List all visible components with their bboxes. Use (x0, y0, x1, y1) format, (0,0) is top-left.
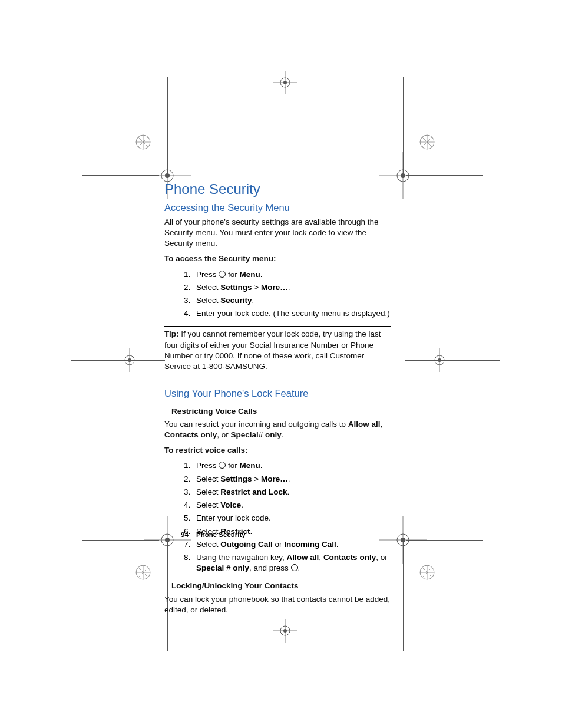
page-footer: 94 Phone Security (181, 531, 246, 540)
step: Using the navigation key, Allow all, Con… (193, 551, 391, 575)
sub2-text: You can lock your phonebook so that cont… (164, 594, 391, 615)
text: Press (196, 461, 219, 470)
step: Enter your lock code. (The security menu… (193, 307, 391, 320)
bold-text: Menu (240, 270, 260, 279)
text: > (252, 283, 261, 292)
bold-text: Contacts only (323, 553, 376, 562)
bold-text: Allow all (287, 553, 319, 562)
bold-text: Allow all (348, 420, 381, 429)
bold-text: More… (261, 475, 288, 483)
sub2-heading: Locking/Unlocking Your Contacts (171, 581, 391, 591)
bold-text: Outgoing Call (220, 540, 273, 549)
text: If you cannot remember your lock code, t… (164, 330, 381, 371)
bold-text: Voice (220, 500, 241, 509)
registration-mark-icon (273, 619, 297, 643)
bold-text: More… (261, 283, 288, 292)
page-content: Phone Security Accessing the Security Me… (164, 180, 391, 620)
text: Select (196, 283, 220, 292)
text: , and press (249, 564, 291, 572)
svg-point-21 (283, 81, 287, 84)
crop-line (405, 360, 500, 361)
footer-title: Phone Security (196, 531, 246, 538)
text: , or (217, 430, 230, 439)
text: Select (196, 540, 220, 549)
text: > (252, 475, 261, 483)
star-mark-icon (419, 565, 435, 580)
text: , (380, 420, 382, 429)
bold-text: Special # only (196, 564, 249, 572)
svg-point-17 (401, 173, 405, 178)
text: . (288, 475, 290, 483)
divider (164, 378, 391, 378)
crop-line (82, 540, 159, 541)
svg-point-20 (280, 78, 290, 87)
bold-text: Incoming Call (284, 540, 336, 549)
crop-line (403, 542, 404, 651)
step: Select Voice. (193, 499, 391, 512)
text: , or (376, 553, 388, 562)
step: Select Settings > More…. (193, 473, 391, 486)
bold-text: Restrict and Lock (220, 487, 287, 496)
crop-line (406, 175, 483, 176)
svg-point-51 (283, 629, 287, 633)
svg-point-37 (401, 538, 405, 542)
crop-line (71, 360, 165, 361)
crop-line (406, 540, 483, 541)
text: Select (196, 296, 220, 305)
section1-subhead: To access the Security menu: (164, 253, 391, 264)
step: Select Settings > More…. (193, 281, 391, 294)
bold-text: Menu (240, 461, 260, 470)
tip-label: Tip: (164, 330, 179, 338)
text: You can restrict your incoming and outgo… (164, 420, 348, 429)
star-mark-icon (135, 565, 151, 580)
section1-steps: Press for Menu. Select Settings > More….… (164, 268, 391, 321)
section1-intro: All of your phone's security settings ar… (164, 217, 391, 249)
step: Select Outgoing Call or Incoming Call. (193, 538, 391, 551)
text: . (250, 527, 253, 536)
text: or (273, 540, 285, 549)
text: . (336, 540, 339, 549)
crop-line (82, 175, 159, 176)
svg-point-13 (165, 173, 170, 178)
bold-text: Special# only (231, 430, 282, 439)
step: Select Security. (193, 294, 391, 307)
step: Enter your lock code. (193, 512, 391, 525)
step: Press for Menu. (193, 459, 391, 472)
text: . (241, 500, 243, 509)
divider (164, 326, 391, 327)
svg-point-50 (280, 626, 290, 635)
sub1-intro: You can restrict your incoming and outgo… (164, 419, 391, 440)
text: for (226, 461, 239, 470)
page-title: Phone Security (164, 180, 391, 199)
text: . (287, 487, 290, 496)
section-heading-accessing: Accessing the Security Menu (164, 201, 391, 214)
bold-text: Settings (220, 283, 252, 292)
ok-key-icon (219, 462, 226, 469)
text: . (288, 283, 290, 292)
page: Phone Security Accessing the Security Me… (0, 0, 562, 728)
ok-key-icon (291, 564, 298, 571)
bold-text: Contacts only (164, 430, 217, 439)
step: Press for Menu. (193, 268, 391, 281)
section-heading-lock-feature: Using Your Phone's Lock Feature (164, 387, 391, 400)
section2-steps: Press for Menu. Select Settings > More….… (164, 459, 391, 575)
text: Press (196, 270, 219, 279)
sub1-heading: Restricting Voice Calls (171, 406, 391, 417)
star-mark-icon (419, 134, 435, 150)
text: . (260, 461, 263, 470)
section2-subhead: To restrict voice calls: (164, 445, 391, 456)
text: Using the navigation key, (196, 553, 287, 562)
bold-text: Security (220, 296, 252, 305)
text: . (260, 270, 263, 279)
text: . (298, 564, 300, 572)
crop-line (403, 77, 404, 174)
crop-line (167, 77, 168, 174)
text: Select (196, 487, 220, 496)
text: for (226, 270, 239, 279)
tip-text: Tip: If you cannot remember your lock co… (164, 329, 391, 372)
text: , (319, 553, 323, 562)
text: Select (196, 500, 220, 509)
registration-mark-icon (273, 71, 297, 94)
text: Select (196, 475, 220, 483)
ok-key-icon (219, 271, 226, 278)
